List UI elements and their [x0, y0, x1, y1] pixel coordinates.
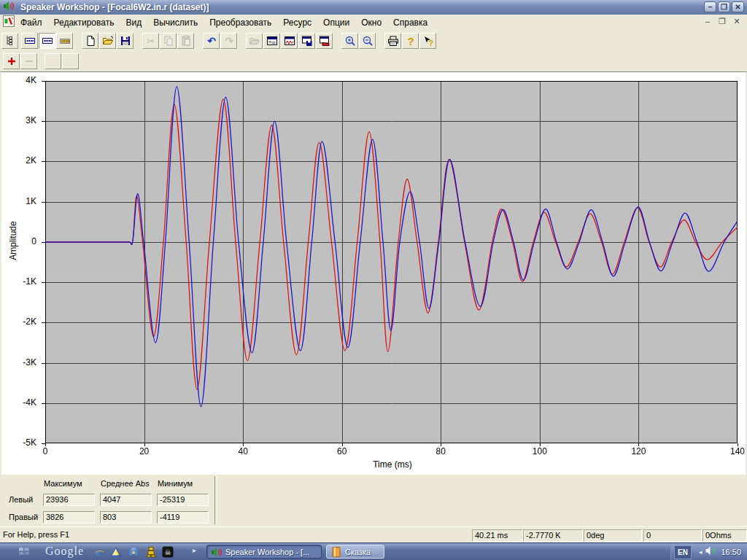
toolbar-copy-button	[160, 33, 177, 49]
x-tick-label: 100	[525, 446, 554, 456]
svg-text:↶: ↶	[206, 35, 216, 47]
minimize-button[interactable]: –	[704, 1, 716, 12]
window-title: Speaker Workshop - [Focal6W2.in.r (datas…	[20, 2, 209, 12]
google-toolbar-logo[interactable]: Google	[45, 545, 84, 558]
help-icon: ?	[405, 35, 417, 47]
quicklaunch-ie-icon[interactable]: e	[93, 546, 105, 558]
x-tick-label: 20	[130, 446, 159, 456]
quicklaunch-triangle-icon[interactable]	[110, 546, 122, 558]
close-button[interactable]: ✕	[732, 1, 744, 12]
toolbar-import-window-button[interactable]	[316, 33, 333, 49]
toolbar-zoom-in-button[interactable]	[341, 33, 358, 49]
language-indicator[interactable]: EN	[674, 545, 692, 559]
tray-collapse-chevron-icon[interactable]: ◂	[699, 548, 703, 556]
menu-item-4[interactable]: Вычислить	[147, 15, 204, 30]
desktop: { "window": { "title": "Speaker Workshop…	[0, 0, 747, 560]
quicklaunch-messenger-icon[interactable]	[128, 546, 139, 558]
menu-item-9[interactable]: Справка	[387, 15, 433, 30]
x-axis-title: Time (ms)	[320, 459, 465, 470]
main-toolbar: ✂↶↷Prop??	[0, 31, 747, 52]
y-tick-label: -1K	[10, 276, 36, 287]
minus-icon	[23, 55, 35, 67]
y-tick-label: -3K	[10, 357, 36, 368]
restore-button[interactable]: ❐	[718, 1, 730, 12]
toolbar-redo-button: ↷	[220, 33, 237, 49]
stats-value-Правый-2: 803	[100, 511, 152, 524]
quicklaunch-robot-icon[interactable]	[145, 546, 157, 558]
stats-value-Левый-3: -25319	[157, 494, 209, 506]
stats-row-label: Правый	[9, 513, 38, 521]
toolbar-chart-window-button[interactable]	[281, 33, 298, 49]
y-tick-label: 3K	[10, 115, 36, 125]
toolbar-save-window-button[interactable]	[298, 33, 315, 49]
zoomout-icon	[362, 35, 374, 47]
toolbar-save-file-button[interactable]	[117, 33, 133, 49]
toolbar-new-file-button[interactable]	[82, 33, 98, 49]
waveform-plot[interactable]	[38, 77, 741, 450]
stats-value-Правый-1: 3826	[43, 511, 95, 524]
volume-icon[interactable]	[705, 545, 716, 559]
menu-item-1[interactable]: Файл	[15, 15, 48, 30]
start-button-windows-flag-icon[interactable]	[18, 545, 32, 557]
task-button-1[interactable]: Speaker Workshop - [...	[206, 545, 322, 559]
x-tick-label: 80	[426, 446, 455, 456]
menu-bar: ФайлРедактироватьВидВычислитьПреобразова…	[0, 15, 747, 31]
menu-item-8[interactable]: Окно	[355, 15, 387, 30]
toolbar-view-mode-3-button[interactable]	[56, 33, 73, 49]
y-tick-label: 2K	[10, 155, 36, 166]
x-tick-label: 140	[723, 446, 747, 456]
toolbar-view-mode-2-button[interactable]	[39, 33, 55, 49]
svg-text:↷: ↷	[225, 35, 233, 47]
charttool-blank-2-button[interactable]	[62, 53, 79, 69]
status-pane-5: 0Ohms	[703, 529, 747, 542]
task-button-label: Speaker Workshop - [...	[225, 548, 309, 556]
menu-item-6[interactable]: Ресурс	[277, 15, 317, 30]
tree-icon	[4, 35, 16, 47]
blank-icon	[47, 55, 59, 67]
save-icon	[120, 35, 131, 47]
svg-text:☠: ☠	[165, 548, 171, 556]
stats-column-header: Среднее Abs	[101, 479, 150, 488]
taskbar: Google e☠ ▸ Speaker Workshop - [...Сказк…	[0, 542, 747, 560]
toolbar-properties-window-button[interactable]: Prop	[263, 33, 280, 49]
quicklaunch-skull-icon[interactable]: ☠	[162, 546, 174, 558]
menu-items: ФайлРедактироватьВидВычислитьПреобразова…	[15, 15, 433, 30]
stats-column-header: Минимум	[158, 479, 193, 488]
toolbar-help-button[interactable]: ?	[402, 33, 419, 49]
x-tick-label: 60	[328, 446, 357, 456]
x-tick-label: 40	[228, 446, 258, 456]
quicklaunch-expand-chevron-icon[interactable]: ▸	[193, 546, 204, 558]
clock: 16:50	[721, 548, 741, 556]
menu-item-7[interactable]: Опции	[317, 15, 355, 30]
x-tick-label: 0	[31, 446, 60, 456]
document-icon[interactable]	[3, 15, 15, 30]
mdi-close-button[interactable]: ✕	[731, 17, 743, 27]
menu-item-5[interactable]: Преобразовать	[204, 15, 277, 30]
task-button-2[interactable]: Сказка	[326, 545, 384, 559]
winprop-icon: Prop	[266, 35, 278, 47]
mdi-restore-button[interactable]: ❐	[716, 17, 728, 27]
plus-icon	[6, 55, 18, 67]
charttool-blank-1-button[interactable]	[44, 53, 61, 69]
toolbar-undo-button[interactable]: ↶	[203, 33, 220, 49]
charttool-add-button[interactable]	[3, 53, 20, 69]
mdi-minimize-button[interactable]: –	[702, 17, 713, 27]
y-tick-label: -2K	[10, 316, 36, 327]
open2-icon	[249, 35, 260, 47]
toolbar-view-mode-1-button[interactable]	[21, 33, 38, 49]
blank-icon	[65, 55, 77, 67]
toolbar-tree-view-button[interactable]	[1, 33, 18, 49]
toolbar-context-help-button[interactable]: ?	[419, 33, 436, 49]
toolbar-zoom-out-button[interactable]	[359, 33, 376, 49]
svg-text:?: ?	[407, 35, 414, 47]
menu-item-3[interactable]: Вид	[120, 15, 147, 30]
toolbar-print-button[interactable]	[384, 33, 401, 49]
book-icon	[330, 546, 342, 558]
menu-item-2[interactable]: Редактировать	[48, 15, 120, 30]
helparrow-icon: ?	[422, 35, 434, 47]
view1-icon	[24, 35, 36, 47]
paste-icon	[180, 35, 192, 47]
toolbar-cut-button: ✂	[142, 33, 159, 49]
toolbar-open-file-button[interactable]	[99, 33, 116, 49]
speaker-workshop-app-icon	[3, 0, 15, 15]
